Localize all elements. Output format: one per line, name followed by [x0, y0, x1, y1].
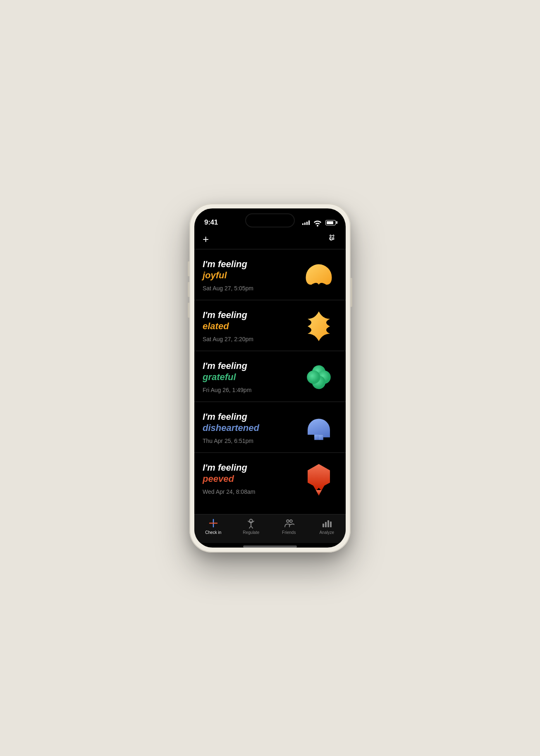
entry-disheartened-text: I'm feelingdisheartened Thu Apr 25, 6:51… [203, 411, 300, 444]
shape-joyful [300, 257, 337, 294]
shape-disheartened [300, 409, 337, 447]
entry-grateful[interactable]: I'm feelinggrateful Fri Aug 26, 1:49pm [194, 351, 346, 402]
shape-elated [300, 308, 337, 345]
feeling-emotion-peeved: peeved [203, 474, 300, 484]
status-icons [302, 217, 336, 228]
feeling-time-peeved: Wed Apr 24, 8:08am [203, 488, 300, 495]
feeling-prefix-disheartened: I'm feelingdisheartened [203, 411, 300, 433]
feeling-prefix-peeved: I'm feelingpeeved [203, 462, 300, 484]
entry-grateful-text: I'm feelinggrateful Fri Aug 26, 1:49pm [203, 361, 300, 393]
status-time: 9:41 [204, 218, 218, 227]
svg-point-11 [250, 519, 253, 522]
tab-analyze[interactable]: Analyze [308, 518, 346, 535]
svg-point-3 [307, 370, 320, 383]
entry-joyful-text: I'm feelingjoyful Sat Aug 27, 5:05pm [203, 259, 300, 292]
signal-icon [302, 220, 310, 225]
entry-peeved-text: I'm feelingpeeved Wed Apr 24, 8:08am [203, 462, 300, 495]
add-button[interactable]: + [203, 234, 209, 244]
entry-peeved[interactable]: I'm feelingpeeved Wed Apr 24, 8:08am [194, 453, 346, 503]
toolbar: + [194, 230, 346, 249]
battery-icon [325, 220, 336, 225]
feeling-emotion-grateful: grateful [203, 372, 300, 383]
feeling-prefix-joyful: I'm feelingjoyful [203, 259, 300, 281]
entry-disheartened[interactable]: I'm feelingdisheartened Thu Apr 25, 6:51… [194, 402, 346, 453]
svg-rect-22 [327, 520, 329, 527]
shape-peeved [300, 460, 337, 498]
feeling-emotion-elated: elated [203, 321, 300, 332]
entry-elated[interactable]: I'm feelingelated Sat Aug 27, 2:20pm [194, 300, 346, 351]
phone-device: 9:41 + [189, 203, 351, 553]
tab-friends-label: Friends [282, 530, 296, 535]
home-indicator [243, 545, 297, 548]
feeling-time-disheartened: Thu Apr 25, 6:51pm [203, 438, 300, 444]
regulate-icon [246, 518, 256, 529]
entry-joyful[interactable]: I'm feelingjoyful Sat Aug 27, 5:05pm [194, 249, 346, 300]
tab-friends[interactable]: Friends [270, 518, 308, 535]
svg-line-16 [251, 526, 253, 528]
feeling-emotion-joyful: joyful [203, 270, 300, 281]
shape-grateful [300, 359, 337, 396]
svg-rect-4 [314, 435, 319, 440]
svg-marker-6 [308, 464, 330, 490]
svg-point-18 [290, 520, 292, 522]
svg-rect-21 [325, 522, 327, 527]
tab-bar: Check in Regulate [194, 514, 346, 543]
tab-regulate[interactable]: Regulate [232, 518, 270, 535]
analyze-icon [321, 518, 332, 529]
phone-screen: 9:41 + [194, 208, 346, 548]
checkin-icon [208, 518, 219, 529]
feeling-emotion-disheartened: disheartened [203, 423, 300, 433]
feeling-time-joyful: Sat Aug 27, 5:05pm [203, 285, 300, 292]
feeling-time-elated: Sat Aug 27, 2:20pm [203, 336, 300, 342]
svg-point-17 [287, 520, 289, 522]
feeling-time-grateful: Fri Aug 26, 1:49pm [203, 387, 300, 393]
svg-rect-5 [319, 435, 323, 440]
tab-checkin[interactable]: Check in [194, 518, 232, 535]
wifi-icon [312, 217, 323, 228]
feeling-prefix-grateful: I'm feelinggrateful [203, 361, 300, 383]
svg-rect-20 [323, 524, 324, 527]
svg-marker-7 [316, 490, 322, 496]
friends-icon [284, 518, 294, 529]
feeling-prefix-elated: I'm feelingelated [203, 310, 300, 332]
entries-list: I'm feelingjoyful Sat Aug 27, 5:05pm [194, 249, 346, 514]
tab-checkin-label: Check in [205, 530, 221, 535]
entry-elated-text: I'm feelingelated Sat Aug 27, 2:20pm [203, 310, 300, 342]
tab-regulate-label: Regulate [243, 530, 259, 535]
settings-button[interactable] [326, 233, 337, 245]
dynamic-island [245, 213, 295, 227]
tab-analyze-label: Analyze [319, 530, 334, 535]
svg-rect-23 [330, 522, 332, 527]
